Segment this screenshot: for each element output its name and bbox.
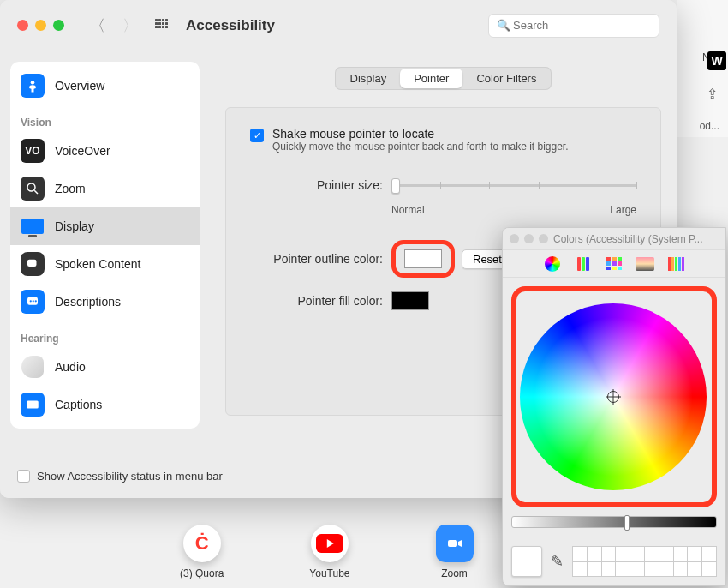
youtube-icon <box>311 525 349 562</box>
colors-footer: ✎ <box>503 537 725 585</box>
audio-icon <box>21 355 45 379</box>
wikipedia-icon[interactable]: W <box>707 51 726 70</box>
annotation-highlight-wheel <box>511 286 717 507</box>
sidebar-item-label: Overview <box>55 79 104 93</box>
sidebar-item-spoken-content[interactable]: Spoken Content <box>10 245 200 283</box>
toolbar: 〈 〉 Accessibility 🔍 <box>0 0 677 51</box>
brightness-thumb[interactable] <box>624 515 630 531</box>
sidebar-item-descriptions[interactable]: Descriptions <box>10 283 200 321</box>
footer: Show Accessibility status in menu bar <box>17 470 223 483</box>
menubar-checkbox[interactable] <box>17 470 30 483</box>
close-button[interactable] <box>17 20 28 31</box>
colors-titlebar[interactable]: Colors (Accessibility (System P... <box>503 228 725 250</box>
menubar-label: Show Accessibility status in menu bar <box>37 470 223 483</box>
sidebar[interactable]: Overview Vision VO VoiceOver Zoom Displa… <box>0 51 210 498</box>
sidebar-item-label: Spoken Content <box>55 257 140 271</box>
current-color-swatch[interactable] <box>511 546 542 577</box>
sidebar-item-label: Display <box>55 219 94 233</box>
pencils-tab[interactable] <box>664 255 688 273</box>
nav-arrows: 〈 〉 <box>90 15 138 36</box>
colors-close-button[interactable] <box>510 234 519 243</box>
eyedropper-icon[interactable]: ✎ <box>551 552 564 571</box>
svg-line-2 <box>34 190 38 194</box>
background-browser: New W ⇪ od... <box>677 0 728 137</box>
colors-toolbar <box>503 250 725 278</box>
back-button[interactable]: 〈 <box>90 15 105 36</box>
sidebar-item-label: VoiceOver <box>55 144 110 158</box>
sidebar-item-overview[interactable]: Overview <box>10 67 200 105</box>
svg-point-7 <box>35 300 37 302</box>
colors-title: Colors (Accessibility (System P... <box>553 233 703 245</box>
color-wheel-tab[interactable] <box>540 255 564 273</box>
voiceover-icon: VO <box>21 139 45 163</box>
maximize-button[interactable] <box>53 20 64 31</box>
color-cursor[interactable] <box>607 391 619 403</box>
svg-point-1 <box>27 183 35 191</box>
shake-checkbox[interactable]: ✓ <box>250 129 264 142</box>
sidebar-item-audio[interactable]: Audio <box>10 348 200 386</box>
svg-point-5 <box>30 300 32 302</box>
slider-thumb[interactable] <box>391 178 400 194</box>
forward-button[interactable]: 〉 <box>122 15 138 36</box>
window-title: Accessibility <box>186 17 488 34</box>
sidebar-item-voiceover[interactable]: VO VoiceOver <box>10 132 200 170</box>
fill-color-label: Pointer fill color: <box>250 294 383 308</box>
tab-pointer[interactable]: Pointer <box>400 69 462 88</box>
color-wheel[interactable] <box>520 295 707 499</box>
share-icon[interactable]: ⇪ <box>707 86 718 102</box>
svg-rect-3 <box>27 260 37 267</box>
svg-rect-8 <box>27 401 39 409</box>
quora-icon: Ċ <box>183 525 221 562</box>
bookmark-label[interactable]: od... <box>700 120 719 132</box>
tab-bar: Display Pointer Color Filters <box>225 67 661 90</box>
sidebar-item-label: Captions <box>55 398 102 411</box>
descriptions-icon <box>21 290 45 314</box>
saved-colors-grid[interactable] <box>572 546 717 577</box>
sidebar-item-zoom[interactable]: Zoom <box>10 170 200 207</box>
svg-rect-9 <box>448 540 457 547</box>
outline-color-swatch[interactable] <box>404 249 442 268</box>
dock-zoom[interactable]: Zoom <box>436 525 474 579</box>
dock: Ċ (3) Quora YouTube Zoom <box>180 515 474 588</box>
spoken-content-icon <box>21 252 45 276</box>
sidebar-item-captions[interactable]: Captions <box>10 386 200 423</box>
annotation-highlight-outline <box>391 240 455 278</box>
section-hearing: Hearing <box>10 321 200 348</box>
colors-window: Colors (Accessibility (System P... ✎ <box>502 227 726 586</box>
window-controls <box>17 20 64 31</box>
sidebar-item-label: Audio <box>55 360 86 374</box>
dock-youtube[interactable]: YouTube <box>309 525 349 579</box>
zoom-icon <box>21 177 45 201</box>
tab-display[interactable]: Display <box>337 69 401 88</box>
colors-maximize-button[interactable] <box>539 234 548 243</box>
svg-point-0 <box>31 81 35 85</box>
search-wrap: 🔍 <box>488 14 659 38</box>
search-input[interactable] <box>488 14 659 38</box>
sidebar-item-label: Descriptions <box>55 295 121 309</box>
display-icon <box>21 214 45 238</box>
show-all-icon[interactable] <box>155 19 169 33</box>
slider-max-label: Large <box>610 204 636 216</box>
shake-desc: Quickly move the mouse pointer back and … <box>272 141 569 153</box>
sidebar-item-display[interactable]: Display <box>10 207 200 245</box>
slider-min-label: Normal <box>391 204 425 216</box>
zoom-app-icon <box>436 525 474 562</box>
pointer-size-label: Pointer size: <box>250 178 383 192</box>
color-palettes-tab[interactable] <box>602 255 626 273</box>
image-palettes-tab[interactable] <box>633 255 657 273</box>
minimize-button[interactable] <box>35 20 46 31</box>
shake-label: Shake mouse pointer to locate <box>272 127 569 141</box>
outline-color-label: Pointer outline color: <box>250 252 383 266</box>
fill-color-swatch[interactable] <box>391 291 429 310</box>
svg-point-6 <box>33 300 34 302</box>
tab-color-filters[interactable]: Color Filters <box>462 69 550 88</box>
captions-icon <box>21 393 45 417</box>
sidebar-item-label: Zoom <box>55 182 86 195</box>
color-sliders-tab[interactable] <box>571 255 595 273</box>
overview-icon <box>21 74 45 98</box>
section-vision: Vision <box>10 105 200 132</box>
pointer-size-slider[interactable] <box>391 177 636 194</box>
dock-quora[interactable]: Ċ (3) Quora <box>180 525 224 579</box>
brightness-slider[interactable] <box>511 516 717 528</box>
colors-minimize-button[interactable] <box>524 234 534 243</box>
